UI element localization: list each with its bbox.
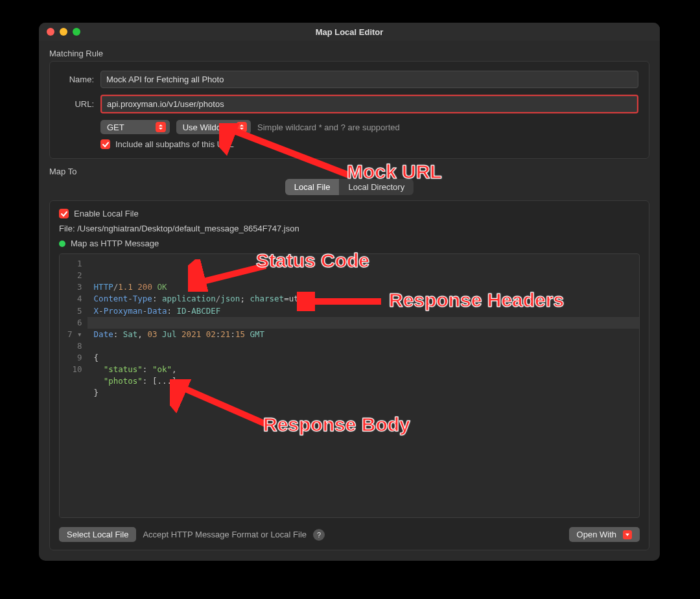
map-to-panel: Enable Local File File: /Users/nghiatran… [49, 200, 649, 550]
method-select[interactable]: GET [100, 120, 170, 134]
file-path-line: File: /Users/nghiatran/Desktop/default_m… [59, 224, 640, 233]
select-arrows-icon [156, 122, 166, 132]
include-subpaths-label: Include all subpaths of this URL [115, 139, 234, 149]
name-input[interactable] [100, 71, 638, 88]
help-icon[interactable]: ? [313, 529, 325, 541]
select-local-file-button[interactable]: Select Local File [59, 527, 136, 542]
enable-local-file-label: Enable Local File [74, 209, 139, 218]
tab-local-file[interactable]: Local File [285, 179, 340, 195]
http-message-editor[interactable]: 1234567 ▾8910 HTTP/1.1 200 OK Content-Ty… [59, 253, 640, 518]
status-indicator-icon [59, 241, 65, 247]
select-arrows-icon [237, 122, 247, 132]
window-content: Matching Rule Name: URL: GET [39, 41, 660, 561]
map-to-tabs: Local File Local Directory [285, 179, 414, 195]
window-title: Map Local Editor [39, 27, 660, 37]
open-with-button[interactable]: Open With [569, 527, 640, 542]
editor-gutter: 1234567 ▾8910 [60, 254, 88, 517]
include-subpaths-checkbox[interactable] [100, 139, 110, 149]
url-label: URL: [60, 99, 94, 109]
wildcard-hint: Simple wildcard * and ? are supported [257, 123, 400, 132]
matching-rule-label: Matching Rule [49, 49, 649, 58]
match-mode-select[interactable]: Use Wildcard [176, 120, 251, 134]
enable-local-file-checkbox[interactable] [59, 209, 69, 218]
name-label: Name: [60, 75, 94, 84]
url-input[interactable] [100, 95, 638, 113]
titlebar: Map Local Editor [39, 23, 660, 41]
open-with-label: Open With [577, 530, 616, 539]
method-select-value: GET [107, 123, 124, 132]
matching-rule-section: Matching Rule Name: URL: GET [49, 49, 649, 159]
match-mode-value: Use Wildcard [183, 123, 233, 132]
matching-rule-panel: Name: URL: GET Use Wildcard [49, 61, 649, 159]
editor-code[interactable]: HTTP/1.1 200 OK Content-Type: applicatio… [88, 254, 639, 517]
footer-hint: Accept HTTP Message Format or Local File [143, 530, 307, 539]
map-local-editor-window: Map Local Editor Matching Rule Name: URL… [39, 23, 660, 561]
map-to-label: Map To [49, 167, 649, 176]
map-as-http-label: Map as HTTP Message [71, 239, 159, 248]
tab-local-directory[interactable]: Local Directory [339, 179, 414, 195]
map-to-section: Map To Local File Local Directory Enable… [49, 167, 649, 550]
chevron-down-icon [623, 530, 632, 539]
